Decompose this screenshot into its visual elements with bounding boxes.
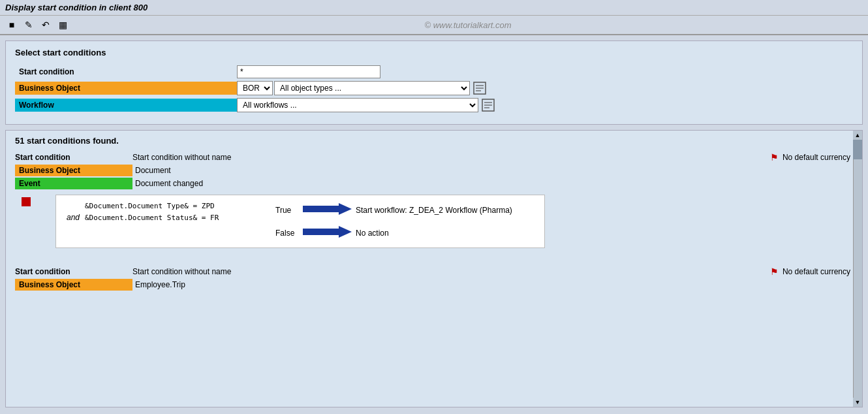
business-object-row: Business Object BOR All object types ... <box>15 81 853 95</box>
settings-icon[interactable]: ▦ <box>56 18 69 31</box>
scroll-down-button[interactable]: ▼ <box>853 398 862 407</box>
cond1-true-action: Start workflow: Z_DEA_2 Workflow (Pharma… <box>356 206 512 215</box>
condition-card-1: Start condition Start condition without … <box>15 152 850 257</box>
cond1-logic-block: &Document.Document Type& = ZPD and &Docu… <box>55 195 545 248</box>
svg-marker-9 <box>303 226 352 238</box>
results-summary: 51 start conditions found. <box>15 136 853 146</box>
cond1-start-value: Start condition without name <box>132 153 770 162</box>
bor-type-select[interactable]: BOR <box>237 81 273 95</box>
scroll-up-button[interactable]: ▲ <box>853 131 862 140</box>
svg-marker-8 <box>303 203 352 215</box>
title-bar: Display start condition in client 800 <box>0 0 868 16</box>
condition-card-2: Start condition Start condition without … <box>15 266 850 298</box>
cond1-currency-text: No default currency <box>783 153 850 162</box>
main-content: Select start conditions Start condition … <box>0 35 868 413</box>
toolbar: ■ ✎ ↶ ▦ © www.tutorialkart.com <box>0 16 868 35</box>
results-list: Start condition Start condition without … <box>15 152 853 401</box>
workflow-search-icon[interactable] <box>481 98 495 112</box>
cond2-currency-icon: ⚑ <box>770 266 779 277</box>
back-icon[interactable]: ↶ <box>39 18 52 31</box>
save-icon[interactable]: ■ <box>5 18 18 31</box>
cond1-expr2-row: and &Document.Document Status& = FR <box>67 213 262 222</box>
cond1-results: True Start workflow: Z_DEA_2 Workflow (P… <box>275 202 512 241</box>
cond2-currency-text: No default currency <box>783 267 850 276</box>
watermark: © www.tutorialkart.com <box>424 20 511 30</box>
cond2-bo-row: Business Object Employee.Trip <box>15 279 850 291</box>
cond1-bo-value: Document <box>132 166 171 175</box>
scrollbar-track: ▲ ▼ <box>853 131 862 407</box>
select-panel-title: Select start conditions <box>15 48 853 57</box>
cond1-and: and <box>67 213 85 222</box>
cond1-true-label: True <box>275 206 303 215</box>
cond1-true-arrow <box>303 202 352 218</box>
cond1-true-row: True Start workflow: Z_DEA_2 Workflow (P… <box>275 202 512 218</box>
cond1-event-value: Document changed <box>132 179 203 188</box>
cond1-event-label: Event <box>15 178 132 189</box>
scrollbar-thumb[interactable] <box>853 140 862 159</box>
cond2-bo-value: Employee.Trip <box>132 280 185 289</box>
cond1-expr1: &Document.Document Type& = ZPD <box>85 202 215 210</box>
cond1-logic-wrapper: &Document.Document Type& = ZPD and &Docu… <box>22 195 850 251</box>
cond1-currency-icon: ⚑ <box>770 152 779 163</box>
edit-icon[interactable]: ✎ <box>22 18 35 31</box>
object-search-icon[interactable] <box>473 81 487 95</box>
start-condition-label: Start condition <box>15 65 237 78</box>
cond1-false-action: No action <box>356 229 389 238</box>
cond1-false-arrow <box>303 225 352 241</box>
cond1-header: Start condition Start condition without … <box>15 152 850 163</box>
workflow-select[interactable]: All workflows ... <box>237 98 478 112</box>
workflow-row: Workflow All workflows ... <box>15 98 853 112</box>
cond1-event-row: Event Document changed <box>15 178 850 189</box>
cond1-red-indicator <box>22 197 31 206</box>
select-conditions-panel: Select start conditions Start condition … <box>5 40 863 125</box>
cond2-start-value: Start condition without name <box>132 267 770 276</box>
object-type-select[interactable]: All object types ... <box>274 81 470 95</box>
cond1-expr2: &Document.Document Status& = FR <box>85 214 219 222</box>
cond1-logic-inner: &Document.Document Type& = ZPD and &Docu… <box>67 202 534 241</box>
cond1-bo-row: Business Object Document <box>15 165 850 176</box>
cond2-bo-label: Business Object <box>15 279 132 291</box>
cond1-expr1-row: &Document.Document Type& = ZPD <box>67 202 262 210</box>
cond1-false-row: False No action <box>275 225 512 241</box>
window-title: Display start condition in client 800 <box>5 3 147 12</box>
start-condition-input[interactable] <box>237 65 380 78</box>
business-object-label: Business Object <box>15 82 237 95</box>
cond1-false-label: False <box>275 229 303 238</box>
cond2-start-label: Start condition <box>15 267 132 276</box>
cond1-start-label: Start condition <box>15 153 132 162</box>
results-panel: 51 start conditions found. Start conditi… <box>5 130 863 407</box>
cond2-header: Start condition Start condition without … <box>15 266 850 277</box>
cond1-bo-label: Business Object <box>15 165 132 176</box>
workflow-label: Workflow <box>15 99 237 112</box>
cond1-expressions: &Document.Document Type& = ZPD and &Docu… <box>67 202 262 222</box>
start-condition-row: Start condition <box>15 65 853 78</box>
